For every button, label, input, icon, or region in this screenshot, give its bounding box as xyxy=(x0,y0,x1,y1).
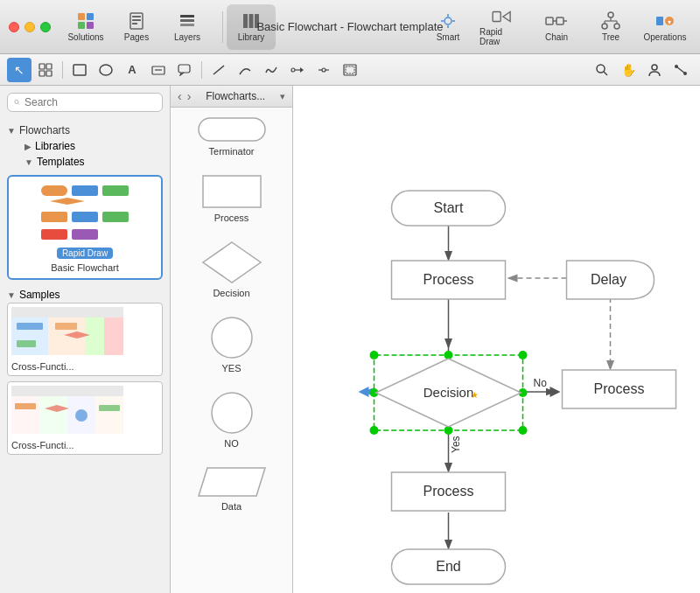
pan-tool[interactable]: ✋ xyxy=(616,58,640,82)
separator xyxy=(222,11,223,43)
solutions-button[interactable]: Solutions xyxy=(61,4,110,50)
handle-tl[interactable] xyxy=(370,351,379,359)
nav-forward[interactable]: › xyxy=(187,89,192,103)
svg-rect-36 xyxy=(46,64,52,69)
svg-rect-76 xyxy=(55,323,77,330)
callout-tool[interactable] xyxy=(172,58,197,82)
svg-rect-21 xyxy=(546,17,553,24)
multiselect-tool[interactable] xyxy=(33,58,58,82)
svg-rect-87 xyxy=(99,405,120,411)
shape-data[interactable]: Data xyxy=(171,457,292,520)
svg-rect-6 xyxy=(132,19,141,21)
search-box[interactable] xyxy=(7,93,163,112)
sidebar-item-samples[interactable]: ▼ Samples xyxy=(7,287,163,303)
svg-rect-65 xyxy=(41,212,67,222)
nav-back[interactable]: ‹ xyxy=(178,89,182,103)
svg-point-25 xyxy=(608,12,613,17)
svg-rect-19 xyxy=(493,11,500,21)
no-shape xyxy=(210,391,254,435)
shapes-nav: ‹ › Flowcharts... ▾ xyxy=(171,86,292,108)
svg-rect-9 xyxy=(180,19,194,22)
svg-rect-38 xyxy=(46,71,52,76)
tree-button[interactable]: Tree xyxy=(584,4,637,50)
curve-tool[interactable] xyxy=(233,58,257,82)
nav-dropdown[interactable]: ▾ xyxy=(280,91,285,102)
handle-br[interactable] xyxy=(519,426,528,435)
svg-rect-67 xyxy=(102,212,129,222)
sidebar-tree: ▼ Flowcharts ▶ Libraries ▼ Templates xyxy=(0,119,170,593)
text-tool[interactable]: A xyxy=(120,58,144,82)
rect-tool[interactable] xyxy=(67,58,92,82)
shape-terminator[interactable]: Terminator xyxy=(171,108,292,165)
svg-rect-80 xyxy=(11,396,39,434)
expand-icon: ▼ xyxy=(7,126,16,136)
svg-point-31 xyxy=(614,24,620,29)
svg-rect-1 xyxy=(87,13,94,20)
svg-rect-66 xyxy=(72,212,98,222)
search-tool[interactable] xyxy=(590,58,614,82)
shape-no[interactable]: NO xyxy=(171,382,292,457)
ellipse-tool[interactable] xyxy=(94,58,118,82)
line-tool[interactable] xyxy=(206,58,231,82)
svg-point-59 xyxy=(15,100,18,103)
svg-rect-74 xyxy=(104,317,123,355)
shape-process[interactable]: Process xyxy=(171,165,292,232)
shapes-panel: ‹ › Flowcharts... ▾ Terminator Process D… xyxy=(171,86,293,593)
svg-point-30 xyxy=(602,24,607,29)
format-tool[interactable] xyxy=(668,58,693,82)
templates-area: Rapid Draw basic-flowchart Basic Flowcha… xyxy=(0,170,170,465)
user-tool[interactable] xyxy=(642,58,667,82)
svg-rect-12 xyxy=(249,14,254,28)
shape-decision[interactable]: Decision xyxy=(171,232,292,307)
template-cross-functi2[interactable]: Cross-Functi... xyxy=(7,381,163,455)
svg-rect-62 xyxy=(72,185,98,196)
freehand-tool[interactable] xyxy=(259,58,284,82)
left-arrowhead xyxy=(359,387,369,397)
sidebar-item-libraries[interactable]: ▶ Libraries xyxy=(18,138,170,154)
svg-rect-32 xyxy=(656,17,663,25)
svg-rect-8 xyxy=(180,24,194,26)
titlebar: Solutions Pages Layers xyxy=(0,0,700,54)
connector-tool[interactable] xyxy=(285,58,310,82)
sidebar-item-flowcharts[interactable]: ▼ Flowcharts xyxy=(0,122,170,138)
operations-button[interactable]: ▾ Operations xyxy=(639,4,691,50)
frame-tool[interactable] xyxy=(338,58,362,82)
handle-bl[interactable] xyxy=(370,426,379,435)
search-input[interactable] xyxy=(24,96,156,108)
svg-rect-78 xyxy=(17,340,36,347)
svg-rect-84 xyxy=(15,403,36,409)
handle-tr[interactable] xyxy=(519,351,528,359)
select-tool[interactable]: ↖ xyxy=(7,58,32,82)
close-button[interactable] xyxy=(9,22,19,32)
sidebar: ▼ Flowcharts ▶ Libraries ▼ Templates xyxy=(0,86,171,593)
svg-rect-70 xyxy=(11,307,123,317)
decision-shape xyxy=(201,241,262,284)
minimize-button[interactable] xyxy=(24,22,35,32)
sidebar-item-templates[interactable]: ▼ Templates xyxy=(18,154,170,170)
template-basic-flowchart[interactable]: Rapid Draw basic-flowchart Basic Flowcha… xyxy=(7,175,163,280)
svg-point-57 xyxy=(675,65,678,68)
svg-point-40 xyxy=(100,65,112,75)
svg-point-92 xyxy=(212,393,252,433)
svg-rect-5 xyxy=(132,16,141,17)
pages-button[interactable]: Pages xyxy=(112,4,161,50)
template-cross-functi1[interactable]: cross-functi1 Cross-Functi... xyxy=(7,303,163,376)
svg-rect-69 xyxy=(72,229,98,240)
svg-rect-89 xyxy=(203,176,261,207)
split-tool[interactable] xyxy=(312,58,336,82)
svg-rect-37 xyxy=(39,71,45,76)
maximize-button[interactable] xyxy=(40,22,51,32)
right-arrowhead xyxy=(550,387,561,397)
svg-point-53 xyxy=(597,65,605,73)
textbox-tool[interactable] xyxy=(146,58,171,82)
yes-shape xyxy=(210,316,254,359)
svg-rect-10 xyxy=(180,15,194,17)
left-toolbar: Solutions Pages Layers xyxy=(61,4,212,50)
svg-rect-81 xyxy=(39,396,67,434)
canvas[interactable]: Start Process Delay Decision ★ xyxy=(293,86,700,593)
layers-button[interactable]: Layers xyxy=(163,4,212,50)
shape-yes[interactable]: YES xyxy=(171,307,292,382)
svg-point-55 xyxy=(652,65,657,70)
chain-button[interactable]: Chain xyxy=(530,4,583,50)
rapiddraw-button[interactable]: Rapid Draw xyxy=(476,4,528,50)
